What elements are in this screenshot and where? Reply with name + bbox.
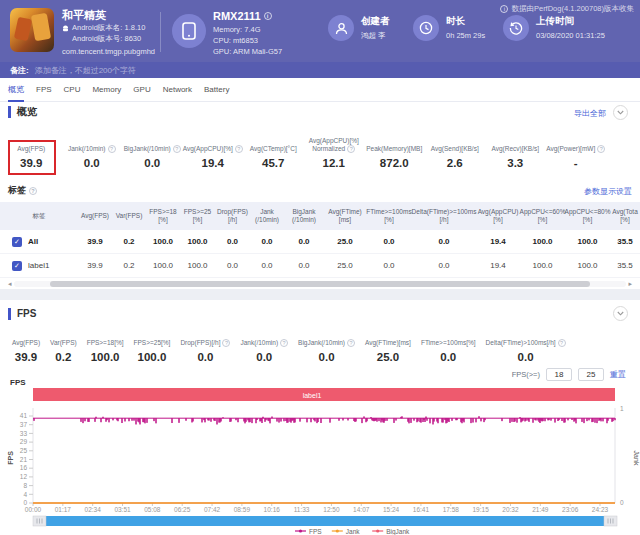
table-cell: 0.2 bbox=[112, 237, 146, 246]
table-cell: 0.0 bbox=[215, 237, 250, 246]
note-label: 备注: bbox=[10, 65, 29, 76]
svg-text:21: 21 bbox=[20, 456, 28, 463]
metric-label: Peak(Memory)[MB] bbox=[364, 136, 425, 153]
metric-label: Delta(FTime)>100ms[/h]? bbox=[486, 330, 566, 347]
param-display-settings-link[interactable]: 参数显示设置 bbox=[584, 186, 632, 197]
svg-text:10:16: 10:16 bbox=[264, 506, 281, 513]
help-icon[interactable]: ? bbox=[558, 339, 566, 347]
reset-link[interactable]: 重置 bbox=[610, 369, 626, 380]
column-header: AppCPU<=60%[%] bbox=[520, 202, 565, 230]
help-icon[interactable]: ? bbox=[108, 145, 116, 153]
overview-collapse-button[interactable] bbox=[613, 105, 628, 120]
tab-fps[interactable]: FPS bbox=[36, 78, 52, 102]
android-icon bbox=[62, 24, 69, 32]
table-cell: 100.0 bbox=[146, 237, 180, 246]
help-icon[interactable]: ? bbox=[280, 339, 288, 347]
table-cell: 0.0 bbox=[412, 261, 476, 270]
help-icon[interactable]: ? bbox=[347, 145, 355, 153]
threshold-input-high[interactable]: 25 bbox=[578, 368, 604, 381]
tab-battery[interactable]: Battery bbox=[204, 78, 229, 102]
metric-label: Avg(AppCPU)[%]? bbox=[183, 136, 244, 153]
table-hscrollbar[interactable]: ◂ ▸ bbox=[8, 281, 632, 288]
table-cell: 19.4 bbox=[476, 237, 520, 246]
info-icon[interactable]: i bbox=[264, 12, 272, 20]
metric-value: 39.9 bbox=[1, 157, 62, 169]
help-icon[interactable]: ? bbox=[173, 145, 181, 153]
label-table: 标签Avg(FPS)Var(FPS)FPS>=18[%]FPS>=25[%]Dr… bbox=[0, 202, 640, 278]
column-header: 标签 bbox=[0, 202, 78, 230]
metric-avg-ctemp: Avg(CTemp)[°C]45.7 bbox=[243, 136, 304, 169]
table-cell: 0.0 bbox=[250, 261, 284, 270]
svg-text:1: 1 bbox=[620, 405, 624, 412]
row-checkbox[interactable]: ✓ bbox=[12, 261, 22, 271]
table-cell: 0.0 bbox=[284, 261, 324, 270]
column-header: AppCPU<=80%[%] bbox=[565, 202, 610, 230]
svg-text:16: 16 bbox=[20, 464, 28, 471]
help-icon[interactable]: ? bbox=[597, 145, 605, 153]
svg-text:06:25: 06:25 bbox=[174, 506, 191, 513]
svg-text:12: 12 bbox=[20, 473, 28, 480]
metric-value: 12.1 bbox=[304, 157, 365, 169]
svg-text:15:24: 15:24 bbox=[383, 506, 400, 513]
metric-value: 2.6 bbox=[425, 157, 486, 169]
column-header: FPS>=18[%] bbox=[146, 202, 180, 230]
scroll-right-icon[interactable]: ▸ bbox=[628, 280, 632, 288]
game-version-name-row: Android版本名: 1.8.10 bbox=[62, 23, 145, 33]
svg-text:20:32: 20:32 bbox=[502, 506, 519, 513]
column-header: BigJank(/10min) bbox=[284, 202, 324, 230]
svg-text:25: 25 bbox=[20, 447, 28, 454]
svg-text:41: 41 bbox=[20, 412, 28, 419]
export-all-link[interactable]: 导出全部 bbox=[574, 108, 606, 119]
svg-text:02:34: 02:34 bbox=[85, 506, 102, 513]
help-icon[interactable]: ? bbox=[347, 339, 355, 347]
tab-gpu[interactable]: GPU bbox=[133, 78, 150, 102]
row-checkbox[interactable]: ✓ bbox=[12, 237, 22, 247]
metric-avg-appcpu: Avg(AppCPU)[%]?19.4 bbox=[183, 136, 244, 169]
overview-section-title: 概览 bbox=[8, 106, 37, 118]
game-version-name: Android版本名: 1.8.10 bbox=[72, 23, 145, 33]
scroll-left-icon[interactable]: ◂ bbox=[8, 280, 12, 288]
svg-text:21:49: 21:49 bbox=[532, 506, 549, 513]
metric-value: 0.0 bbox=[180, 351, 230, 363]
metric-value: 19.4 bbox=[183, 157, 244, 169]
metric-peak-memory: Peak(Memory)[MB]872.0 bbox=[364, 136, 425, 169]
tab-bar: 概览FPSCPUMemoryGPUNetworkBattery bbox=[0, 78, 640, 102]
metric-bigjank-10min: BigJank(/10min)?0.0 bbox=[298, 330, 355, 363]
metric-value: 3.3 bbox=[485, 157, 546, 169]
info-icon: i bbox=[500, 5, 508, 13]
upload-time-label: 上传时间 bbox=[536, 15, 574, 28]
overview-metrics: Avg(FPS)39.9Jank(/10min)?0.0BigJank(/10m… bbox=[1, 136, 613, 169]
column-header: FTime>=100ms[%] bbox=[366, 202, 412, 230]
metric-drop-fps: Drop(FPS)[/h]?0.0 bbox=[180, 330, 230, 363]
note-input[interactable]: 添加备注，不超过200个字符 bbox=[35, 65, 136, 76]
table-cell: 0.0 bbox=[215, 261, 250, 270]
table-body: ✓All39.90.2100.0100.00.00.00.025.00.00.0… bbox=[0, 230, 640, 278]
help-icon[interactable]: ? bbox=[222, 339, 230, 347]
device-gpu: GPU: ARM Mali-G57 bbox=[213, 47, 282, 56]
label-section-title: 标签? bbox=[8, 184, 37, 197]
collect-info: i 数据由PerfDog(4.1.200708)版本收集 bbox=[500, 4, 634, 14]
table-row-All: ✓All39.90.2100.0100.00.00.00.025.00.00.0… bbox=[0, 230, 640, 254]
help-icon[interactable]: ? bbox=[235, 145, 243, 153]
threshold-input-low[interactable]: 18 bbox=[546, 368, 572, 381]
help-icon[interactable]: ? bbox=[29, 187, 37, 195]
scrollbar-thumb[interactable] bbox=[50, 281, 590, 287]
svg-text:12:50: 12:50 bbox=[323, 506, 340, 513]
duration-value: 0h 25m 29s bbox=[446, 31, 485, 40]
tab-memory[interactable]: Memory bbox=[92, 78, 121, 102]
metric-value: 0.0 bbox=[421, 351, 476, 363]
upload-time-value: 03/08/2020 01:31:25 bbox=[536, 31, 605, 40]
table-cell: 19.4 bbox=[476, 261, 520, 270]
table-cell: 0.0 bbox=[366, 237, 412, 246]
metric-label: Var(FPS) bbox=[50, 330, 77, 347]
tab-overview[interactable]: 概览 bbox=[8, 78, 24, 102]
fps-collapse-button[interactable] bbox=[613, 306, 628, 321]
device-cpu: CPU: mt6853 bbox=[213, 36, 258, 45]
tab-network[interactable]: Network bbox=[163, 78, 192, 102]
metric-label: Avg(CTemp)[°C] bbox=[243, 136, 304, 153]
fps-card: FPS Avg(FPS)39.9Var(FPS)0.2FPS>=18[%]100… bbox=[0, 300, 640, 535]
column-header: Avg(FPS) bbox=[78, 202, 112, 230]
fps-chart[interactable]: label1048121621252933374110FPSJank00:000… bbox=[0, 383, 640, 535]
svg-text:05:08: 05:08 bbox=[144, 506, 161, 513]
tab-cpu[interactable]: CPU bbox=[64, 78, 81, 102]
